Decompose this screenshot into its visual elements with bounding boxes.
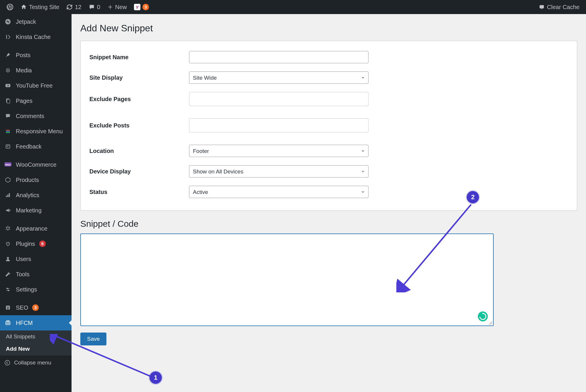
- svg-point-23: [8, 323, 9, 324]
- sidebar-item-marketing[interactable]: Marketing: [0, 203, 72, 218]
- comments-icon: [4, 113, 12, 119]
- snippet-form: Snippet Name Site Display Site Wide Excl…: [80, 41, 577, 211]
- sidebar-item-label: Responsive Menu: [16, 128, 63, 135]
- new-label: New: [115, 4, 127, 11]
- code-editor[interactable]: [80, 234, 494, 326]
- site-link[interactable]: Testing Site: [17, 0, 63, 14]
- comments-link[interactable]: 0: [85, 0, 104, 14]
- svg-rect-7: [6, 131, 10, 132]
- sidebar-item-label: Marketing: [16, 207, 42, 214]
- svg-point-17: [8, 290, 9, 291]
- admin-bar: Testing Site 12 0 New Y 3 Clear Cache: [0, 0, 586, 14]
- sidebar-item-label: Pages: [16, 98, 33, 104]
- comment-icon: [89, 4, 95, 10]
- status-label: Status: [89, 189, 189, 195]
- main-content: Add New Snippet Snippet Name Site Displa…: [72, 14, 586, 357]
- page-title: Add New Snippet: [80, 23, 577, 34]
- site-display-select[interactable]: Site Wide: [189, 71, 368, 84]
- device-display-select[interactable]: Show on All Devices: [189, 165, 368, 178]
- kinsta-icon: [4, 34, 12, 40]
- sidebar-item-youtube[interactable]: YouTube Free: [0, 78, 72, 93]
- sidebar-item-label: Analytics: [16, 192, 39, 199]
- sidebar-item-label: Kinsta Cache: [16, 34, 51, 40]
- sidebar-item-label: WooCommerce: [16, 161, 57, 168]
- sidebar-item-tools[interactable]: Tools: [0, 267, 72, 282]
- svg-text:woo: woo: [5, 163, 11, 166]
- seo-icon: [4, 305, 12, 311]
- exclude-pages-input[interactable]: [189, 92, 368, 106]
- sidebar-item-label: Jetpack: [16, 18, 36, 25]
- sidebar-sub-add-new[interactable]: Add New: [0, 343, 72, 355]
- home-icon: [21, 4, 27, 10]
- svg-point-22: [7, 323, 8, 324]
- jetpack-icon: [4, 18, 12, 25]
- sidebar-item-pages[interactable]: Pages: [0, 93, 72, 108]
- plus-icon: [107, 4, 113, 10]
- svg-point-20: [7, 321, 8, 321]
- svg-rect-14: [9, 193, 10, 197]
- sidebar-item-label: Settings: [16, 286, 37, 293]
- media-icon: [4, 67, 12, 73]
- save-button[interactable]: Save: [80, 333, 106, 345]
- status-select[interactable]: Active: [189, 186, 368, 198]
- sidebar-item-label: Users: [16, 256, 31, 263]
- sidebar-item-appearance[interactable]: Appearance: [0, 221, 72, 236]
- svg-rect-8: [6, 132, 10, 133]
- sidebar-sub-all-snippets[interactable]: All Snippets: [0, 330, 72, 343]
- exclude-posts-input[interactable]: [189, 118, 368, 132]
- sidebar-item-products[interactable]: Products: [0, 172, 72, 188]
- youtube-icon: [4, 82, 12, 89]
- yoast-link[interactable]: Y 3: [130, 0, 152, 14]
- sidebar-item-media[interactable]: Media: [0, 63, 72, 78]
- svg-rect-5: [7, 99, 10, 103]
- collapse-label: Collapse menu: [14, 359, 51, 366]
- svg-point-16: [7, 288, 8, 289]
- sidebar-item-woocommerce[interactable]: woo WooCommerce: [0, 157, 72, 172]
- location-label: Location: [89, 148, 189, 154]
- grammarly-icon[interactable]: [478, 311, 488, 321]
- sidebar-item-label: Media: [16, 67, 32, 74]
- seo-badge: 3: [32, 304, 39, 311]
- sidebar-item-analytics[interactable]: Analytics: [0, 188, 72, 203]
- clear-cache-label: Clear Cache: [547, 4, 580, 11]
- updates-count: 12: [75, 4, 81, 11]
- sidebar-item-label: Comments: [16, 113, 44, 120]
- sidebar-item-comments[interactable]: Comments: [0, 108, 72, 124]
- sidebar-item-label: Tools: [16, 271, 30, 278]
- tools-icon: [4, 271, 12, 277]
- svg-rect-1: [539, 5, 544, 8]
- comments-count: 0: [97, 4, 100, 11]
- sidebar-item-responsive-menu[interactable]: Responsive Menu: [0, 124, 72, 139]
- sidebar-item-hfcm[interactable]: HFCM: [0, 315, 72, 330]
- wordpress-icon: [6, 4, 13, 11]
- pages-icon: [4, 98, 12, 104]
- sidebar-item-settings[interactable]: Settings: [0, 282, 72, 297]
- woo-icon: woo: [4, 162, 12, 167]
- sidebar-item-feedback[interactable]: Feedback: [0, 139, 72, 154]
- sidebar-item-label: SEO: [16, 304, 28, 311]
- resize-handle[interactable]: [488, 321, 492, 325]
- sidebar-item-label: Products: [16, 177, 39, 183]
- responsive-icon: [4, 128, 12, 134]
- sidebar-item-jetpack[interactable]: Jetpack: [0, 14, 72, 29]
- updates-link[interactable]: 12: [63, 0, 85, 14]
- sidebar-item-plugins[interactable]: Plugins 9: [0, 236, 72, 251]
- clear-cache-link[interactable]: Clear Cache: [535, 0, 583, 14]
- collapse-menu[interactable]: Collapse menu: [0, 355, 72, 370]
- chat-icon: [539, 4, 545, 10]
- plugins-icon: [4, 241, 12, 247]
- location-select[interactable]: Footer: [189, 145, 368, 157]
- sidebar-item-label: Appearance: [16, 225, 47, 232]
- marketing-icon: [4, 207, 12, 213]
- wordpress-logo[interactable]: [3, 0, 17, 14]
- sidebar-item-seo[interactable]: SEO 3: [0, 300, 72, 315]
- collapse-icon: [4, 359, 11, 366]
- sidebar-item-kinsta[interactable]: Kinsta Cache: [0, 29, 72, 45]
- sidebar-item-users[interactable]: Users: [0, 251, 72, 267]
- site-name: Testing Site: [29, 4, 59, 11]
- sidebar-item-posts[interactable]: Posts: [0, 47, 72, 63]
- new-link[interactable]: New: [104, 0, 130, 14]
- annotation-callout-1: 1: [150, 371, 162, 384]
- snippet-name-input[interactable]: [189, 51, 368, 63]
- feedback-icon: [4, 144, 12, 149]
